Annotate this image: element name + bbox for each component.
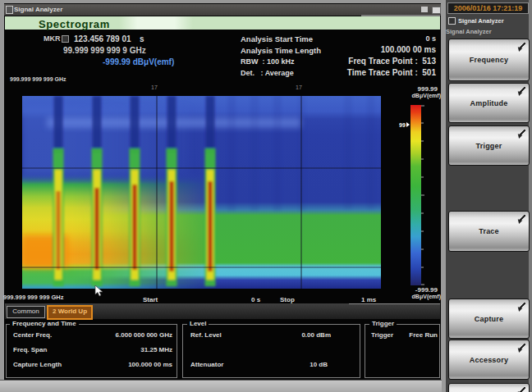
svg-text:99: 99: [399, 122, 406, 128]
